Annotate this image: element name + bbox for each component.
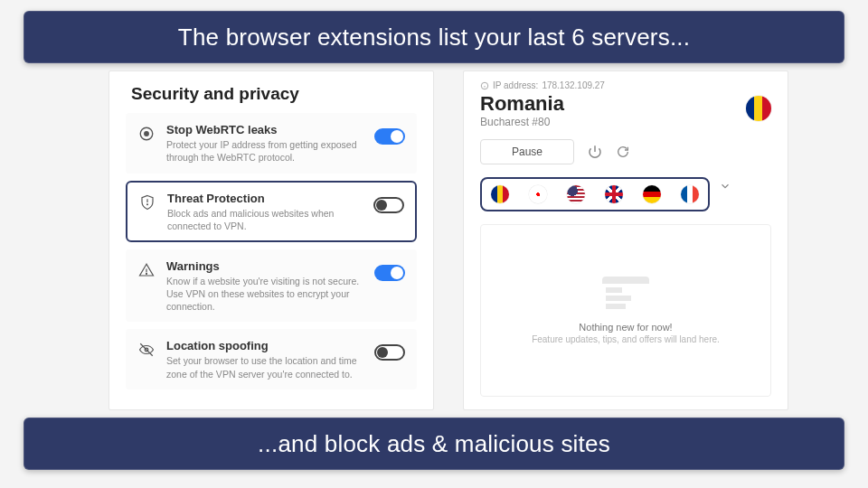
info-icon [480,81,489,90]
setting-webrtc: Stop WebRTC leaks Protect your IP addres… [126,113,417,174]
svg-point-2 [147,203,148,204]
setting-location-spoofing: Location spoofing Set your browser to us… [126,329,417,389]
setting-warnings-desc: Know if a website you're visiting is not… [166,275,363,314]
setting-warnings: Warnings Know if a website you're visiti… [126,249,417,322]
svg-point-3 [146,273,146,274]
recent-server-ro[interactable] [491,185,509,203]
feed-panel: Nothing new for now! Feature updates, ti… [480,224,771,397]
settings-panel: Security and privacy Stop WebRTC leaks P… [108,70,434,410]
recent-server-uk[interactable] [605,185,623,203]
setting-threat-desc: Block ads and malicious websites when co… [167,207,363,232]
ip-value: 178.132.109.27 [542,80,605,90]
pause-button[interactable]: Pause [480,139,574,164]
connected-country: Romania [480,92,564,116]
setting-webrtc-toggle[interactable] [374,128,405,145]
setting-threat-protection: Threat Protection Block ads and maliciou… [126,181,417,243]
refresh-icon[interactable] [616,145,630,159]
feed-title: Nothing new for now! [579,322,672,333]
recent-server-de[interactable] [643,185,661,203]
setting-webrtc-desc: Protect your IP address from getting exp… [166,138,363,164]
feed-sub: Feature updates, tips, and offers will l… [532,334,720,344]
setting-warnings-title: Warnings [166,259,363,273]
setting-warnings-toggle[interactable] [374,265,405,281]
feed-placeholder-icon [602,277,649,311]
setting-webrtc-title: Stop WebRTC leaks [166,123,363,136]
setting-location-title: Location spoofing [166,339,363,352]
setting-location-desc: Set your browser to use the location and… [166,354,363,380]
recent-servers-strip [480,177,710,211]
caption-bottom-text: ...and block ads & malicious sites [258,430,610,458]
connected-flag-icon [746,96,771,121]
connection-panel: IP address: 178.132.109.27 Romania Bucha… [463,70,788,410]
svg-point-1 [145,132,149,136]
recent-server-us[interactable] [567,185,585,203]
chevron-down-icon[interactable] [719,180,731,196]
eye-off-icon [137,341,156,359]
ip-label: IP address: [493,80,538,90]
power-icon[interactable] [587,144,603,160]
caption-top-text: The browser extensions list your last 6 … [178,23,690,52]
pause-label: Pause [512,145,542,158]
ip-line: IP address: 178.132.109.27 [480,80,771,90]
webrtc-icon [137,125,156,143]
recent-server-fr[interactable] [681,185,699,203]
shield-icon [138,193,156,211]
warning-icon [137,261,156,279]
settings-title: Security and privacy [131,84,417,104]
caption-banner-top: The browser extensions list your last 6 … [24,11,844,63]
setting-threat-toggle[interactable] [373,197,404,213]
caption-banner-bottom: ...and block ads & malicious sites [24,418,844,470]
setting-location-toggle[interactable] [374,344,405,361]
setting-threat-title: Threat Protection [167,192,363,205]
recent-server-ca[interactable] [529,185,547,203]
connected-city: Bucharest #80 [480,116,564,128]
